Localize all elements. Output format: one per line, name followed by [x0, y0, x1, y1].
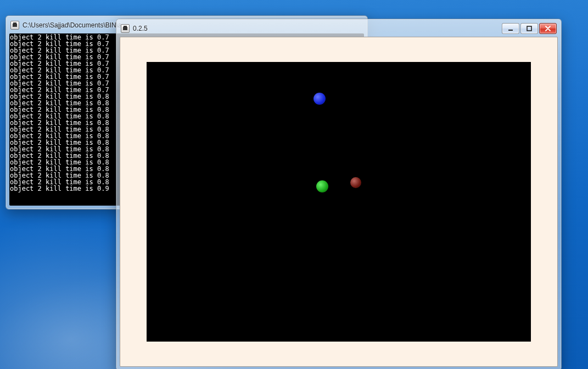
caption-buttons: [502, 23, 557, 34]
close-button[interactable]: [539, 23, 557, 34]
maximize-icon: [527, 26, 532, 31]
svg-rect-1: [527, 26, 531, 31]
minimize-button[interactable]: [502, 23, 519, 34]
app-icon: [121, 24, 130, 33]
app-window[interactable]: 0.2.5: [116, 19, 562, 369]
close-icon: [545, 26, 551, 31]
ball-red: [350, 177, 361, 188]
ball-green: [316, 180, 328, 192]
app-titlebar[interactable]: 0.2.5: [120, 22, 558, 37]
ball-blue: [313, 93, 326, 105]
maximize-button[interactable]: [520, 23, 538, 34]
minimize-icon: [508, 26, 513, 31]
game-canvas[interactable]: [147, 62, 531, 342]
console-app-icon: [10, 21, 19, 30]
desktop-background: C:\Users\Sajjad\Documents\BIN\a object 2…: [0, 0, 588, 369]
svg-rect-0: [508, 30, 513, 31]
app-title: 0.2.5: [133, 25, 499, 32]
app-client-area: [120, 37, 558, 367]
